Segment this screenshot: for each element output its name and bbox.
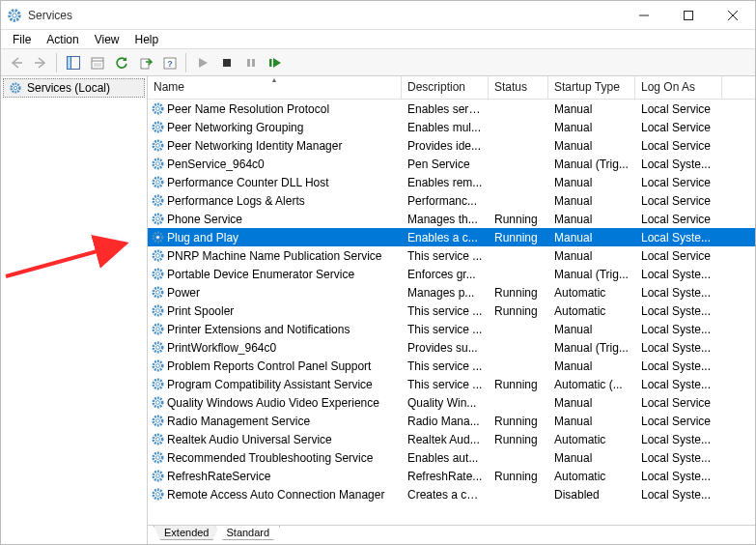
svg-rect-18 <box>247 59 250 67</box>
column-log-on-as[interactable]: Log On As <box>635 76 722 99</box>
service-startup-type: Manual (Trig... <box>548 158 635 171</box>
tree-item-label: Services (Local) <box>27 81 110 95</box>
tab-standard[interactable]: Standard <box>215 526 280 540</box>
service-name: Phone Service <box>167 213 242 226</box>
service-row[interactable]: Remote Access Auto Connection ManagerCre… <box>148 485 755 503</box>
service-row[interactable]: RefreshRateServiceRefreshRate...RunningA… <box>148 467 755 485</box>
service-gear-icon <box>150 138 165 154</box>
menu-help[interactable]: Help <box>127 31 167 48</box>
service-name: PrintWorkflow_964c0 <box>167 341 276 355</box>
service-description: This service ... <box>402 249 489 263</box>
column-name[interactable]: Name ▲ <box>148 76 402 99</box>
refresh-button[interactable] <box>110 52 132 73</box>
service-gear-icon <box>150 212 165 227</box>
tree-item-services-local[interactable]: Services (Local) <box>3 78 145 98</box>
service-log-on-as: Local Service <box>635 176 722 189</box>
service-log-on-as: Local Syste... <box>635 451 722 465</box>
service-name: Program Compatibility Assistant Service <box>167 378 373 391</box>
service-row[interactable]: Phone ServiceManages th...RunningManualL… <box>148 210 755 228</box>
service-row[interactable]: Realtek Audio Universal ServiceRealtek A… <box>148 430 755 448</box>
service-log-on-as: Local Syste... <box>635 286 722 300</box>
service-startup-type: Manual <box>548 359 635 373</box>
services-list[interactable]: Peer Name Resolution ProtocolEnables ser… <box>148 100 755 525</box>
column-status[interactable]: Status <box>489 76 548 99</box>
service-description: Quality Win... <box>402 396 489 410</box>
service-gear-icon <box>150 377 165 392</box>
service-row[interactable]: Peer Name Resolution ProtocolEnables ser… <box>148 100 755 118</box>
maximize-button[interactable] <box>666 1 711 29</box>
service-startup-type: Manual <box>548 323 635 336</box>
service-row[interactable]: PenService_964c0Pen ServiceManual (Trig.… <box>148 155 755 173</box>
service-startup-type: Automatic <box>548 286 635 300</box>
service-gear-icon <box>150 193 165 209</box>
menu-view[interactable]: View <box>87 31 127 48</box>
service-startup-type: Manual <box>548 415 635 428</box>
column-description[interactable]: Description <box>402 76 489 99</box>
service-gear-icon <box>150 450 165 466</box>
service-row[interactable]: Peer Networking GroupingEnables mul...Ma… <box>148 118 755 136</box>
stop-service-button[interactable] <box>215 52 238 73</box>
column-startup-type[interactable]: Startup Type <box>548 76 635 99</box>
service-gear-icon <box>150 469 165 484</box>
service-name: Performance Logs & Alerts <box>167 194 305 208</box>
service-row[interactable]: PowerManages p...RunningAutomaticLocal S… <box>148 283 755 301</box>
service-row[interactable]: Print SpoolerThis service ...RunningAuto… <box>148 301 755 320</box>
export-button[interactable] <box>134 52 156 73</box>
service-log-on-as: Local Service <box>635 139 722 153</box>
service-description: Performanc... <box>402 194 489 208</box>
service-gear-icon <box>150 303 165 319</box>
service-gear-icon <box>150 359 165 374</box>
properties-button[interactable] <box>86 52 108 73</box>
service-row[interactable]: Program Compatibility Assistant ServiceT… <box>148 375 755 393</box>
service-description: This service ... <box>402 359 489 373</box>
service-startup-type: Manual <box>548 139 635 153</box>
service-row[interactable]: Radio Management ServiceRadio Mana...Run… <box>148 412 755 430</box>
service-log-on-as: Local Syste... <box>635 488 722 502</box>
service-name: Performance Counter DLL Host <box>167 176 329 189</box>
service-row[interactable]: Quality Windows Audio Video ExperienceQu… <box>148 393 755 412</box>
service-row[interactable]: Performance Counter DLL HostEnables rem.… <box>148 173 755 191</box>
help-button[interactable]: ? <box>158 52 181 73</box>
menu-action[interactable]: Action <box>39 31 86 48</box>
pause-service-button[interactable] <box>239 52 262 73</box>
minimize-button[interactable] <box>622 1 666 29</box>
service-status: Running <box>489 213 548 226</box>
close-button[interactable] <box>711 1 755 29</box>
svg-point-22 <box>14 86 17 90</box>
svg-point-58 <box>155 419 159 423</box>
service-row[interactable]: Problem Reports Control Panel SupportThi… <box>148 357 755 375</box>
forward-button[interactable] <box>29 52 51 73</box>
service-log-on-as: Local Syste... <box>635 323 722 336</box>
service-description: RefreshRate... <box>402 470 489 483</box>
service-description: Creates a co... <box>402 488 489 502</box>
restart-service-button[interactable] <box>264 52 286 73</box>
service-row[interactable]: PrintWorkflow_964c0Provides su...Manual … <box>148 338 755 357</box>
show-hide-tree-button[interactable] <box>62 52 84 73</box>
service-name: Peer Networking Grouping <box>167 121 303 134</box>
service-row[interactable]: Performance Logs & AlertsPerformanc...Ma… <box>148 191 755 210</box>
svg-point-40 <box>155 254 159 258</box>
service-status: Running <box>489 378 548 391</box>
service-row[interactable]: Peer Networking Identity ManagerProvides… <box>148 136 755 155</box>
svg-point-30 <box>155 162 159 166</box>
tree-pane: Services (Local) <box>1 76 148 544</box>
service-log-on-as: Local Service <box>635 396 722 410</box>
service-gear-icon <box>150 248 165 264</box>
service-row[interactable]: PNRP Machine Name Publication ServiceThi… <box>148 246 755 265</box>
start-service-button[interactable] <box>191 52 213 73</box>
service-gear-icon <box>150 157 165 172</box>
service-startup-type: Manual <box>548 102 635 116</box>
service-gear-icon <box>150 487 165 502</box>
service-name: Radio Management Service <box>167 415 310 428</box>
service-log-on-as: Local Syste... <box>635 341 722 355</box>
service-row[interactable]: Recommended Troubleshooting ServiceEnabl… <box>148 448 755 467</box>
back-button[interactable] <box>5 52 27 73</box>
service-row[interactable]: Portable Device Enumerator ServiceEnforc… <box>148 265 755 283</box>
service-row[interactable]: Printer Extensions and NotificationsThis… <box>148 320 755 338</box>
service-description: Radio Mana... <box>402 415 489 428</box>
service-row[interactable]: Plug and PlayEnables a c...RunningManual… <box>148 228 755 246</box>
title-bar: Services <box>1 1 755 30</box>
svg-rect-19 <box>252 59 255 67</box>
tab-extended[interactable]: Extended <box>154 526 219 540</box>
menu-file[interactable]: File <box>5 31 39 48</box>
